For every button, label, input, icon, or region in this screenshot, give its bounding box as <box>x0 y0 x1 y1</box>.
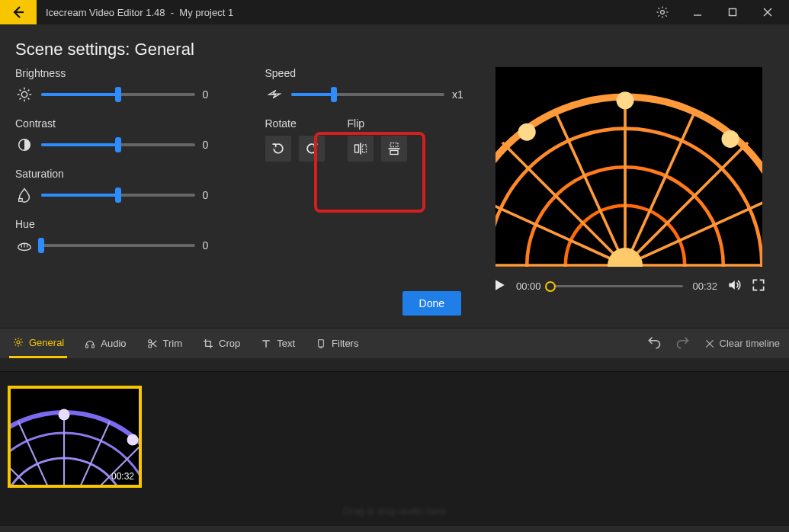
minimize-button[interactable] <box>682 0 713 24</box>
contrast-label: Contrast <box>15 117 220 130</box>
crop-icon <box>202 338 214 350</box>
titlebar: Icecream Video Editor 1.48 - My project … <box>0 0 789 24</box>
saturation-group: Saturation 0 <box>15 168 220 204</box>
timeline-clip[interactable]: 00:32 <box>8 386 142 488</box>
maximize-button[interactable] <box>717 0 748 24</box>
text-icon <box>260 338 272 350</box>
saturation-value: 0 <box>203 189 220 201</box>
svg-point-1 <box>661 11 665 14</box>
close-icon <box>704 338 715 349</box>
rotate-label: Rotate <box>265 117 325 130</box>
close-button[interactable] <box>752 0 783 24</box>
brightness-label: Brightness <box>15 67 220 79</box>
tab-text[interactable]: Text <box>257 328 298 358</box>
svg-point-56 <box>608 248 643 267</box>
flip-horizontal-button[interactable] <box>348 136 374 162</box>
hue-value: 0 <box>203 239 220 252</box>
volume-button[interactable] <box>726 277 742 295</box>
tab-audio[interactable]: Audio <box>81 328 129 358</box>
svg-point-35 <box>496 97 762 267</box>
hue-group: Hue 0 <box>15 218 220 255</box>
back-button[interactable] <box>0 0 37 24</box>
rotate-ccw-button[interactable] <box>299 136 325 162</box>
fullscreen-button[interactable] <box>751 277 766 295</box>
playback-seekbar[interactable] <box>550 285 684 287</box>
svg-point-85 <box>59 409 70 421</box>
slider-thumb[interactable] <box>115 137 121 152</box>
rotate-cw-icon <box>271 141 286 156</box>
svg-point-86 <box>127 434 139 446</box>
gear-icon <box>12 336 24 348</box>
play-button[interactable] <box>492 277 507 295</box>
minimize-icon <box>693 8 702 17</box>
undo-icon <box>646 336 662 351</box>
tab-general[interactable]: General <box>9 328 67 358</box>
svg-line-19 <box>20 90 21 91</box>
svg-rect-30 <box>354 145 358 152</box>
playback-total-time: 00:32 <box>692 280 717 292</box>
window-title: Icecream Video Editor 1.48 - My project … <box>37 7 647 18</box>
rotate-group: Rotate <box>265 117 325 162</box>
preview-panel: 00:00 00:32 <box>484 67 774 319</box>
flip-horizontal-icon <box>353 141 368 156</box>
scissors-icon <box>146 338 159 350</box>
slider-thumb[interactable] <box>115 187 121 203</box>
svg-rect-11 <box>730 9 736 16</box>
page-title: Scene settings: General <box>0 24 789 67</box>
saturation-label: Saturation <box>15 168 220 180</box>
timeline: 00:32 Drag & drop audio here <box>0 358 789 526</box>
speed-slider[interactable] <box>291 93 445 96</box>
tab-trim[interactable]: Trim <box>143 328 186 358</box>
saturation-slider[interactable] <box>41 194 195 197</box>
contrast-slider[interactable] <box>41 143 195 146</box>
flip-vertical-icon <box>386 141 402 156</box>
slider-thumb[interactable] <box>331 87 337 102</box>
preview-image <box>496 90 762 267</box>
svg-line-20 <box>28 98 30 100</box>
speed-icon <box>265 85 284 104</box>
undo-button[interactable] <box>646 336 662 351</box>
timeline-tabs: General Audio Trim Crop Text Filters Cle… <box>0 328 789 358</box>
speed-value: x1 <box>452 88 469 101</box>
tab-filters[interactable]: Filters <box>312 328 361 358</box>
flip-vertical-button[interactable] <box>381 136 407 162</box>
headphones-icon <box>84 338 96 350</box>
svg-point-55 <box>518 123 536 141</box>
fullscreen-icon <box>751 277 766 293</box>
svg-line-62 <box>15 339 16 340</box>
svg-line-22 <box>28 90 30 91</box>
tab-crop[interactable]: Crop <box>199 328 243 358</box>
svg-rect-67 <box>92 345 95 348</box>
svg-line-9 <box>666 8 667 9</box>
svg-line-65 <box>21 339 21 340</box>
clip-duration: 00:32 <box>111 471 134 482</box>
volume-icon <box>726 277 742 293</box>
svg-rect-72 <box>319 339 324 346</box>
preview-viewport[interactable] <box>496 67 762 267</box>
rotate-ccw-icon <box>304 141 319 156</box>
slider-thumb[interactable] <box>38 238 44 253</box>
gear-icon <box>656 5 669 19</box>
rotate-cw-button[interactable] <box>265 136 291 162</box>
maximize-icon <box>728 8 737 17</box>
done-button[interactable]: Done <box>403 291 461 316</box>
hue-label: Hue <box>15 218 220 230</box>
seekbar-thumb[interactable] <box>545 281 556 292</box>
clear-timeline-button[interactable]: Clear timeline <box>704 338 780 349</box>
hue-slider[interactable] <box>41 244 195 247</box>
settings-button[interactable] <box>647 0 678 24</box>
sun-icon <box>15 85 34 104</box>
svg-point-57 <box>17 341 20 344</box>
playback-current-time: 00:00 <box>516 280 541 292</box>
timeline-ruler[interactable] <box>0 358 789 372</box>
svg-line-64 <box>15 345 16 345</box>
flip-label: Flip <box>348 117 407 130</box>
svg-point-14 <box>21 91 27 97</box>
contrast-icon <box>15 136 34 154</box>
brightness-slider[interactable] <box>41 93 195 96</box>
redo-icon <box>675 336 691 351</box>
redo-button[interactable] <box>675 336 691 351</box>
speed-label: Speed <box>265 67 470 79</box>
close-icon <box>763 8 772 17</box>
slider-thumb[interactable] <box>115 87 121 102</box>
